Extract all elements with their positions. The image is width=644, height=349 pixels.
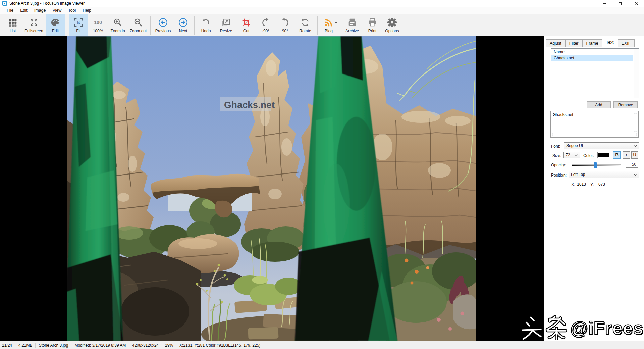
opacity-slider-handle[interactable] — [594, 162, 597, 168]
zoom-in-button[interactable]: Zoom in — [108, 14, 128, 36]
text-items-list[interactable]: Name Ghacks.net — [551, 48, 639, 98]
remove-button[interactable]: Remove — [613, 101, 638, 108]
status-file-size: 4.21MB — [15, 343, 35, 348]
photo-canvas: Ghacks.net — [67, 36, 476, 341]
size-label: Size: — [552, 153, 561, 158]
rotate-minus-90-icon — [261, 17, 270, 28]
scroll-down-icon[interactable] — [634, 130, 637, 132]
chevron-down-icon — [575, 154, 578, 156]
rotate-90-icon — [280, 17, 290, 28]
italic-button[interactable]: I — [623, 151, 630, 159]
rotate-90-button[interactable]: 90° — [275, 14, 295, 36]
underline-button[interactable]: U — [631, 151, 638, 159]
tab-adjust[interactable]: Adjust — [546, 39, 566, 47]
blog-button[interactable]: Blog — [319, 14, 341, 36]
status-image-dimensions: 4208x3120x24 — [129, 343, 162, 348]
scroll-left-icon[interactable] — [552, 133, 554, 136]
list-scrollbar[interactable] — [634, 49, 639, 98]
photo-watermark[interactable]: Ghacks.net — [220, 97, 275, 111]
watermark-text-editor[interactable]: Ghacks.net — [550, 111, 639, 138]
zoom-out-button[interactable]: Zoom out — [128, 14, 149, 36]
close-button[interactable] — [628, 0, 644, 7]
fullscreen-button[interactable]: Fullscreen — [22, 14, 46, 36]
position-select[interactable]: Left Top — [569, 171, 639, 178]
close-icon — [634, 1, 638, 5]
zoom-100-icon: 100 — [92, 17, 104, 28]
toolbar-separator — [67, 16, 67, 35]
options-button[interactable]: Options — [382, 14, 402, 36]
rotate-button[interactable]: Rotate — [295, 14, 316, 36]
fit-icon: fit — [73, 17, 84, 28]
bold-button[interactable]: B — [613, 151, 621, 159]
resize-icon — [221, 17, 231, 28]
next-button[interactable]: Next — [174, 14, 193, 36]
menu-edit[interactable]: Edit — [17, 7, 31, 14]
restore-icon — [619, 2, 622, 5]
window-title: Stone Arch 3.jpg - FocusOn Image Viewer — [9, 1, 85, 6]
corner-watermark: @iFrees — [521, 315, 644, 340]
resize-button[interactable]: Resize — [216, 14, 236, 36]
list-icon — [8, 17, 17, 28]
rotate-minus-90-button[interactable]: -90° — [256, 14, 275, 36]
x-label: X: — [571, 182, 575, 187]
restore-button[interactable] — [612, 0, 628, 7]
window-controls — [597, 0, 644, 7]
x-coordinate-input[interactable] — [576, 181, 587, 187]
menu-image[interactable]: Image — [31, 7, 49, 14]
tab-frame[interactable]: Frame — [582, 39, 602, 47]
zoom-out-icon — [133, 17, 143, 28]
print-button[interactable]: Print — [363, 14, 382, 36]
editor-text: Ghacks.net — [553, 112, 573, 117]
edit-palette-icon — [50, 17, 60, 28]
archive-button[interactable]: Archive — [341, 14, 363, 36]
menu-tool[interactable]: Tool — [65, 7, 79, 14]
tab-exif[interactable]: EXIF — [618, 39, 635, 47]
cut-button[interactable]: Cut — [236, 14, 256, 36]
menu-file[interactable]: File — [3, 7, 17, 14]
photo-watermark-text[interactable]: Ghacks.net — [224, 100, 275, 110]
status-cursor-color: X:2131, Y:281 Color:#91B3E1(145, 179, 22… — [176, 343, 263, 348]
corner-watermark-cjk-icon — [521, 315, 568, 340]
status-zoom-level: 29% — [162, 343, 176, 348]
svg-text:100: 100 — [94, 19, 102, 25]
previous-icon — [158, 17, 168, 28]
options-gear-icon — [387, 17, 397, 28]
next-icon — [178, 17, 188, 28]
size-select[interactable]: 72 — [563, 152, 580, 158]
undo-button[interactable]: Undo — [196, 14, 216, 36]
minimize-button[interactable] — [597, 0, 612, 7]
rotate-icon — [301, 17, 310, 28]
fit-button[interactable]: fit Fit — [69, 14, 88, 36]
chevron-down-icon — [634, 145, 637, 147]
fullscreen-icon — [29, 17, 39, 28]
color-swatch[interactable] — [597, 152, 610, 158]
toolbar: List Fullscreen Edit — [0, 14, 644, 36]
archive-icon — [347, 17, 357, 28]
image-viewport: Ghacks.net — [0, 36, 544, 341]
previous-button[interactable]: Previous — [152, 14, 174, 36]
scroll-up-icon[interactable] — [634, 113, 637, 115]
undo-icon — [201, 17, 211, 28]
position-label: Position: — [551, 173, 567, 178]
tab-text[interactable]: Text — [602, 38, 618, 47]
tab-filter[interactable]: Filter — [565, 39, 583, 47]
main-area: Ghacks.net Adjust Filter Frame Text EXIF… — [0, 36, 644, 341]
font-select[interactable]: Segoe UI — [564, 142, 639, 149]
add-button[interactable]: Add — [587, 101, 611, 108]
blog-dropdown-arrow[interactable] — [335, 22, 337, 23]
list-item-selected[interactable]: Ghacks.net — [551, 55, 633, 61]
scroll-right-icon[interactable] — [635, 133, 637, 136]
menu-help[interactable]: Help — [79, 7, 95, 14]
y-coordinate-input[interactable] — [596, 181, 607, 187]
text-tool-panel: Adjust Filter Frame Text EXIF Name Ghack… — [544, 36, 644, 341]
cut-icon — [241, 17, 251, 28]
y-label: Y: — [590, 182, 594, 187]
zoom-100-button[interactable]: 100 100% — [88, 14, 108, 36]
opacity-value-input[interactable] — [626, 161, 638, 168]
menu-view[interactable]: View — [49, 7, 65, 14]
list-button[interactable]: List — [3, 14, 22, 36]
edit-button[interactable]: Edit — [46, 14, 65, 36]
opacity-slider[interactable] — [572, 164, 621, 166]
zoom-in-icon — [113, 17, 122, 28]
status-modified-date: Modified: 3/17/2019 8:39 AM — [71, 343, 129, 348]
